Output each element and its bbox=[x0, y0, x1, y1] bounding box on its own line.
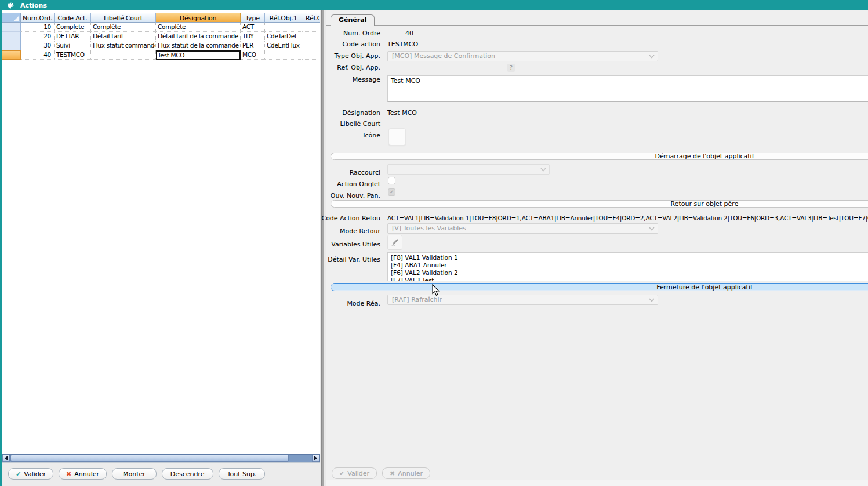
ouv-nouv-pan-checkbox[interactable]: ✓ bbox=[388, 188, 395, 196]
select-all-corner[interactable] bbox=[2, 13, 21, 23]
tab-general[interactable]: Général bbox=[331, 14, 375, 26]
type-obj-dropdown[interactable]: [MCO] Message de Confirmation bbox=[387, 51, 658, 61]
row-selector[interactable] bbox=[2, 32, 21, 41]
bottom-strip bbox=[326, 480, 868, 486]
cell-ref2[interactable] bbox=[302, 50, 320, 60]
annuler-button[interactable]: ✖Annuler bbox=[59, 468, 107, 480]
scroll-right-arrow[interactable] bbox=[312, 455, 319, 462]
table-row: 10 Complete Complète Complète ACT bbox=[2, 23, 320, 32]
message-textarea[interactable]: Test MCO bbox=[387, 75, 868, 102]
app-window: Actions Num.Ord. Code Act. Libellé Court… bbox=[0, 0, 868, 486]
cell-ref1[interactable]: CdeEntFlux bbox=[265, 41, 302, 50]
section-fermeture-highlighted[interactable]: Fermeture de l'objet applicatif bbox=[331, 283, 868, 291]
tout-sup-button[interactable]: Tout Sup. bbox=[219, 468, 266, 480]
cell-num-ord[interactable]: 10 bbox=[21, 23, 55, 32]
table-row: 20 DETTAR Détail tarif Détail tarif de l… bbox=[2, 32, 320, 41]
table-header-row: Num.Ord. Code Act. Libellé Court Désigna… bbox=[2, 13, 320, 23]
cell-libelle[interactable]: Détail tarif bbox=[91, 32, 156, 41]
valider-button-disabled[interactable]: ✔Valider bbox=[332, 467, 377, 479]
mode-retour-label: Mode Retour bbox=[340, 227, 380, 235]
icone-picker[interactable] bbox=[388, 128, 406, 146]
header-ref-obj-2[interactable]: Réf.O bbox=[302, 13, 320, 23]
horizontal-scrollbar[interactable] bbox=[2, 454, 320, 462]
annuler-button-disabled[interactable]: ✖Annuler bbox=[382, 467, 430, 479]
pen-icon bbox=[390, 238, 400, 247]
code-action-field[interactable]: TESTMCO bbox=[387, 41, 418, 48]
cell-num-ord[interactable]: 20 bbox=[21, 32, 55, 41]
valider-button[interactable]: ✔Valider bbox=[8, 468, 53, 480]
cell-designation[interactable]: Complète bbox=[156, 23, 241, 32]
descendre-button[interactable]: Descendre bbox=[162, 468, 213, 480]
window-title: Actions bbox=[20, 2, 47, 9]
cell-num-ord[interactable]: 40 bbox=[21, 50, 55, 60]
cell-type[interactable]: TDY bbox=[241, 32, 265, 41]
cell-ref2[interactable] bbox=[302, 32, 320, 41]
variables-utiles-button[interactable] bbox=[387, 235, 402, 250]
raccourci-label: Raccourci bbox=[350, 169, 380, 176]
mode-retour-dropdown[interactable]: [V] Toutes les Variables bbox=[387, 223, 658, 234]
row-selector[interactable] bbox=[2, 41, 21, 50]
table-row-selected: 40 TESTMCO Test MCO MCO bbox=[2, 50, 320, 60]
left-arrow-icon bbox=[5, 456, 8, 460]
header-type[interactable]: Type bbox=[241, 13, 265, 23]
detail-var-utiles-label: Détail Var. Utiles bbox=[328, 256, 380, 263]
code-action-retour-field[interactable]: ACT=VAL1|LIB=Validation 1|TOU=F8|ORD=1,A… bbox=[387, 215, 868, 222]
row-selector[interactable] bbox=[2, 23, 21, 32]
panel-splitter[interactable] bbox=[320, 10, 326, 486]
code-action-label: Code action bbox=[342, 41, 380, 48]
mode-rea-dropdown[interactable]: [RAF] Rafraîchir bbox=[387, 295, 658, 305]
cell-designation[interactable]: Détail tarif de la commande bbox=[156, 32, 241, 41]
cell-designation-selected[interactable]: Test MCO bbox=[156, 50, 241, 60]
ouv-nouv-pan-label: Ouv. Nouv. Pan. bbox=[331, 192, 380, 200]
section-demarrage[interactable]: Démarrage de l'objet applicatif bbox=[331, 153, 868, 160]
cell-ref1[interactable] bbox=[265, 50, 302, 60]
cell-type[interactable]: MCO bbox=[241, 50, 265, 60]
section-retour[interactable]: Retour sur objet père bbox=[331, 200, 868, 208]
right-arrow-icon bbox=[314, 456, 317, 460]
header-libelle-court[interactable]: Libellé Court bbox=[91, 13, 156, 23]
list-item: [F6] VAL2 Validation 2 bbox=[391, 269, 865, 277]
header-designation[interactable]: Désignation bbox=[156, 13, 241, 23]
num-ordre-field[interactable]: 40 bbox=[405, 30, 413, 37]
cell-libelle[interactable]: Flux statut commande bbox=[91, 41, 156, 50]
cell-type[interactable]: PER bbox=[241, 41, 265, 50]
cell-code-act[interactable]: Suivi bbox=[55, 41, 91, 50]
action-onglet-checkbox[interactable] bbox=[388, 177, 395, 184]
table-row: 30 Suivi Flux statut commande Flux statu… bbox=[2, 41, 320, 50]
list-item: [F4] ABA1 Annuler bbox=[391, 262, 865, 269]
cell-ref2[interactable] bbox=[302, 23, 320, 32]
cell-libelle[interactable]: Complète bbox=[91, 23, 156, 32]
mouse-cursor bbox=[432, 284, 440, 296]
raccourci-dropdown[interactable] bbox=[387, 164, 550, 175]
list-item: [F8] VAL1 Validation 1 bbox=[391, 254, 865, 262]
num-ordre-label: Num. Ordre bbox=[343, 30, 380, 37]
header-num-ord[interactable]: Num.Ord. bbox=[21, 13, 55, 23]
cell-ref2[interactable] bbox=[302, 41, 320, 50]
cell-code-act[interactable]: TESTMCO bbox=[55, 50, 91, 60]
cell-libelle[interactable] bbox=[91, 50, 156, 60]
help-button[interactable]: ? bbox=[507, 64, 515, 72]
chevron-down-icon bbox=[649, 298, 655, 302]
actions-grid-panel: Num.Ord. Code Act. Libellé Court Désigna… bbox=[2, 10, 320, 486]
cell-num-ord[interactable]: 30 bbox=[21, 41, 55, 50]
detail-var-utiles-list[interactable]: [F8] VAL1 Validation 1 [F4] ABA1 Annuler… bbox=[387, 252, 868, 281]
chevron-down-icon bbox=[649, 55, 655, 59]
check-icon: ✔ bbox=[16, 471, 21, 477]
row-selector-active[interactable] bbox=[2, 50, 21, 60]
scroll-left-arrow[interactable] bbox=[2, 455, 10, 462]
select-all-triangle-icon bbox=[14, 16, 19, 21]
actions-table: Num.Ord. Code Act. Libellé Court Désigna… bbox=[2, 13, 320, 60]
cell-code-act[interactable]: DETTAR bbox=[55, 32, 91, 41]
check-icon: ✔ bbox=[339, 470, 344, 477]
monter-button[interactable]: Monter bbox=[112, 468, 157, 480]
cell-designation[interactable]: Flux statut de la commande bbox=[156, 41, 241, 50]
scrollbar-thumb[interactable] bbox=[10, 455, 289, 462]
cell-ref1[interactable]: CdeTarDet bbox=[265, 32, 302, 41]
header-ref-obj-1[interactable]: Réf.Obj.1 bbox=[265, 13, 302, 23]
cell-type[interactable]: ACT bbox=[241, 23, 265, 32]
header-code-act[interactable]: Code Act. bbox=[55, 13, 91, 23]
cell-ref1[interactable] bbox=[265, 23, 302, 32]
designation-field[interactable]: Test MCO bbox=[387, 109, 417, 117]
cell-code-act[interactable]: Complete bbox=[55, 23, 91, 32]
code-action-retour-label: Code Action Retou bbox=[321, 215, 380, 222]
